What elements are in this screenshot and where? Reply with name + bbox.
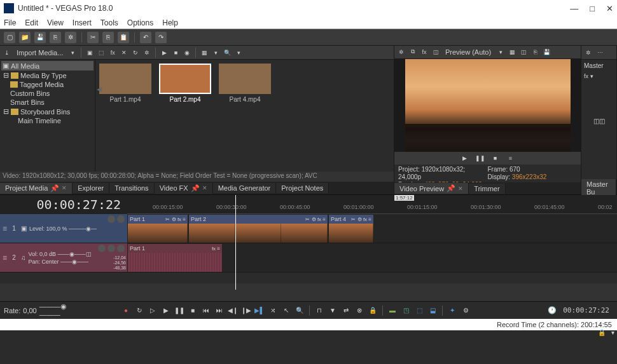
timeline-scrollbar[interactable] [0,283,617,292]
dropdown-icon[interactable]: ▾ [234,48,243,57]
mute-icon[interactable] [107,215,115,223]
preview-viewport[interactable] [394,59,581,152]
tab-master-bus[interactable]: Master Bu [581,179,616,197]
audio-track-header[interactable]: ≡ 2 ♫ Vol: 0,0 dB ——◉——◫ Pan: Center ——◉… [0,243,127,272]
arm-icon[interactable] [117,245,125,252]
dropdown-icon[interactable]: ▾ [68,48,77,57]
tree-smart-bins[interactable]: Smart Bins [1,98,94,107]
menu-view[interactable]: View [47,18,64,27]
remove-icon[interactable]: ✕ [120,48,128,57]
properties-button[interactable]: ✲ [65,32,76,43]
tree-tagged-media[interactable]: Tagged Media [1,80,94,89]
loop-button[interactable]: ↻ [134,306,144,316]
marker-tool[interactable]: ▼ [328,306,338,316]
select-tool[interactable]: ↖ [281,306,291,316]
video-track-body[interactable]: Part 1✂ ⚙ fx ≡ Part 2✂ ⚙ fx ≡ Part 4✂ ⚙ … [127,214,617,243]
pause-button[interactable]: ❚❚ [174,306,184,316]
menu-tools[interactable]: Tools [101,18,118,27]
video-track-header[interactable]: ≡ 1 ▣ Level: 100,0 % ———◉— [0,214,127,243]
save-button[interactable]: 💾 [34,32,46,43]
menu-file[interactable]: File [4,18,16,27]
shuffle-tool[interactable]: ⤨ [268,306,278,316]
tab-video-preview[interactable]: Video Preview📌✕ [394,183,469,194]
refresh-icon[interactable]: ↻ [131,48,140,57]
tree-all-media[interactable]: ▣All Media [1,61,94,71]
redo-button[interactable]: ↷ [155,32,167,43]
video-clip[interactable]: Part 1✂ ⚙ fx ≡ [127,214,188,242]
menu-edit[interactable]: Edit [25,18,38,27]
pause-button[interactable]: ❚❚ [476,154,485,163]
preview-quality[interactable]: Preview (Auto) [443,48,494,56]
open-button[interactable]: 📁 [19,32,31,43]
minimize-button[interactable]: — [570,4,578,13]
play-button[interactable]: ▶ [461,154,469,163]
stop-icon[interactable]: ■ [171,48,180,57]
audio-clip[interactable]: Part 1fx ≡ [127,243,223,271]
pin-icon[interactable]: 📌 [447,184,455,192]
prev-frame-button[interactable]: ◀❙ [228,306,238,316]
normal-edit-tool[interactable]: ▶▌ [254,306,265,316]
playhead[interactable] [235,195,236,290]
clip-tools[interactable]: ✂ ⚙ fx ≡ [165,217,186,222]
fx-icon[interactable]: fx [108,48,117,57]
media-item[interactable]: Part 2.mp4 [159,64,211,103]
ruler-ticks[interactable]: 1:57:12 00:00:15:00 00:00:30:00 00:00:45… [127,195,617,214]
tree-custom-bins[interactable]: Custom Bins [1,89,94,98]
menu-options[interactable]: Options [127,18,153,27]
tab-trimmer[interactable]: Trimmer [469,184,506,194]
tab-project-media[interactable]: Project Media📌✕ [0,183,73,194]
media-item[interactable]: Part 1.mp4 [99,64,151,103]
timeline-scroll-h[interactable] [0,292,617,301]
stop-button[interactable]: ■ [188,306,198,316]
close-icon[interactable]: ✕ [202,185,207,191]
comment-button[interactable]: ▬ [387,306,398,316]
marker[interactable]: 1:57:12 [394,195,414,201]
play-icon[interactable]: ▶ [160,48,169,57]
stop-button[interactable]: ■ [491,154,500,163]
close-button[interactable]: ✕ [606,4,613,13]
zoom-tool[interactable]: 🔍 [295,306,305,316]
cut-button[interactable]: ✂ [87,32,99,43]
auto-icon[interactable]: ◉ [183,48,191,57]
close-icon[interactable]: ✕ [62,185,67,191]
play-start-button[interactable]: ▷ [148,306,158,316]
pin-icon[interactable]: 📌 [50,184,59,192]
solo-icon[interactable] [117,215,125,223]
scroll-left-icon[interactable]: ◀ [97,85,102,93]
copy-button[interactable]: ⎘ [102,32,114,43]
import-media-button[interactable]: Import Media... [14,49,66,57]
fx-icon[interactable]: fx [420,48,429,57]
snap-button[interactable]: ⊓ [314,306,324,316]
copy-icon[interactable]: ⎘ [530,48,539,57]
dropdown-icon[interactable]: ▾ [211,48,220,57]
fx-label[interactable]: fx ▾ [584,73,614,79]
video-clip[interactable]: Part 2✂ ⚙ fx ≡ [188,214,328,242]
capture-icon[interactable]: ▣ [85,48,94,57]
ripple-button[interactable]: ⇄ [341,306,351,316]
mute-icon[interactable] [98,245,106,252]
overlay-icon[interactable]: ◫ [519,48,528,57]
new-button[interactable]: ▢ [4,32,15,43]
save-icon[interactable]: 💾 [542,48,551,57]
tool-a[interactable]: ⬚ [414,306,424,316]
tree-storyboard-bins[interactable]: ⊟Storyboard Bins [1,107,94,116]
region-button[interactable]: ◳ [401,306,411,316]
tab-media-generator[interactable]: Media Generator [213,183,277,193]
tab-explorer[interactable]: Explorer [73,183,109,193]
split-icon[interactable]: ◫ [431,48,440,57]
next-frame-button[interactable]: ❙▶ [241,306,251,316]
tree-main-timeline[interactable]: Main Timeline [1,116,94,125]
video-clip[interactable]: Part 4✂ ⚙ fx ≡ [328,214,374,242]
go-end-button[interactable]: ⏭ [214,306,225,316]
chevron-down-icon[interactable]: ▾ [611,329,614,336]
ai-tool[interactable]: ✦ [447,306,457,316]
settings-icon[interactable]: ✲ [397,48,406,57]
auto-crossfade-button[interactable]: ⊗ [354,306,364,316]
tab-video-fx[interactable]: Video FX📌✕ [155,183,213,194]
close-icon[interactable]: ✕ [458,185,463,192]
play-button[interactable]: ▶ [161,306,171,316]
solo-icon[interactable] [107,245,115,252]
external-icon[interactable]: ⧉ [408,48,417,57]
go-start-button[interactable]: ⏮ [201,306,211,316]
more-icon[interactable]: ⋯ [595,48,604,57]
